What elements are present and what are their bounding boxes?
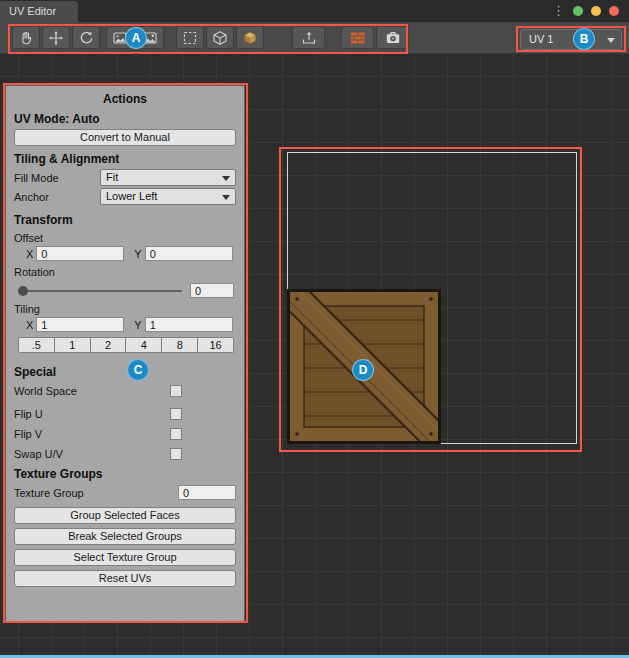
bricks-icon [350, 30, 366, 46]
annotation-badge-c: C [127, 359, 149, 381]
window-dot-red-icon[interactable] [609, 6, 619, 16]
swap-uv-label: Swap U/V [14, 448, 63, 460]
texture-groups-heading: Texture Groups [14, 467, 236, 481]
actions-panel: Actions UV Mode: Auto Convert to Manual … [5, 85, 245, 622]
reset-uvs-button[interactable]: Reset UVs [14, 570, 236, 587]
rotation-slider-row [18, 283, 234, 298]
window-dot-green-icon[interactable] [573, 6, 583, 16]
export-template-button[interactable] [292, 26, 325, 49]
cube-textured-icon [242, 30, 258, 46]
uv-editor-window: UV Editor ⋮ [0, 0, 629, 658]
tiling-alignment-heading: Tiling & Alignment [14, 152, 236, 166]
chevron-down-icon [222, 176, 230, 181]
move-tool-button[interactable] [42, 26, 70, 49]
convert-to-manual-button[interactable]: Convert to Manual [14, 129, 236, 146]
offset-y-field[interactable] [145, 246, 233, 261]
flip-v-label: Flip V [14, 428, 42, 440]
panel-title: Actions [6, 86, 244, 106]
world-space-checkbox[interactable] [170, 385, 182, 397]
preset-half-button[interactable]: .5 [18, 337, 55, 353]
tiling-x-label: X [26, 319, 33, 331]
flip-u-label: Flip U [14, 408, 43, 420]
tiling-y-field[interactable] [145, 317, 233, 332]
preset-2-button[interactable]: 2 [91, 337, 127, 353]
tab-strip: UV Editor ⋮ [0, 0, 629, 22]
window-dot-yellow-icon[interactable] [591, 6, 601, 16]
offset-label: Offset [14, 232, 236, 244]
chevron-down-icon [222, 195, 230, 200]
rotate-tool-button[interactable] [72, 26, 100, 49]
texture-group-label: Texture Group [14, 487, 84, 499]
break-selected-groups-button[interactable]: Break Selected Groups [14, 528, 236, 545]
offset-x-field[interactable] [36, 246, 124, 261]
anchor-value: Lower Left [106, 190, 157, 202]
tiling-xy-row: X Y [26, 317, 238, 332]
uv-mode-label: UV Mode: Auto [14, 112, 236, 126]
anchor-row: Anchor Lower Left [14, 188, 236, 205]
offset-xy-row: X Y [26, 246, 238, 261]
world-space-row: World Space [14, 385, 236, 398]
texture-group-row: Texture Group [14, 485, 236, 501]
transform-heading: Transform [14, 213, 236, 227]
preset-8-button[interactable]: 8 [162, 337, 198, 353]
pan-tool-button[interactable] [12, 26, 40, 49]
tiling-y-label: Y [134, 319, 141, 331]
annotation-badge-d: D [352, 359, 374, 381]
tab-uv-editor[interactable]: UV Editor [0, 1, 78, 22]
tiling-x-field[interactable] [36, 317, 124, 332]
tiling-label: Tiling [14, 303, 236, 315]
world-space-label: World Space [14, 385, 77, 397]
move-icon [48, 30, 64, 46]
chevron-down-icon [607, 38, 615, 43]
swap-uv-row: Swap U/V [14, 448, 236, 461]
annotation-badge-a: A [125, 27, 147, 49]
preset-16-button[interactable]: 16 [198, 337, 234, 353]
cube-icon [212, 30, 228, 46]
camera-icon [385, 30, 401, 46]
annotation-badge-b: B [573, 28, 595, 50]
uv-channel-value: UV 1 [529, 33, 553, 45]
cube-textured-button[interactable] [236, 26, 264, 49]
export-icon [301, 30, 317, 46]
special-heading: Special [14, 365, 236, 379]
anchor-dropdown[interactable]: Lower Left [100, 188, 236, 205]
screenshot-camera-button[interactable] [376, 26, 409, 49]
fill-mode-row: Fill Mode Fit [14, 169, 236, 186]
texture-group-field[interactable] [178, 485, 236, 500]
window-controls: ⋮ [552, 5, 619, 17]
uv-channel-dropdown[interactable]: UV 1 [520, 29, 622, 50]
fill-mode-label: Fill Mode [14, 172, 100, 184]
preset-1-button[interactable]: 1 [55, 337, 91, 353]
preset-4-button[interactable]: 4 [126, 337, 162, 353]
flip-u-row: Flip U [14, 408, 236, 421]
rotation-slider-knob[interactable] [18, 286, 28, 296]
rotation-value-field[interactable] [190, 283, 234, 298]
offset-x-label: X [26, 248, 33, 260]
group-selected-faces-button[interactable]: Group Selected Faces [14, 507, 236, 524]
rotate-icon [78, 30, 94, 46]
pan-hand-icon [18, 30, 34, 46]
frame-select-button[interactable] [176, 26, 204, 49]
offset-y-label: Y [134, 248, 141, 260]
select-texture-group-button[interactable]: Select Texture Group [14, 549, 236, 566]
tab-label: UV Editor [9, 5, 56, 17]
swap-uv-checkbox[interactable] [170, 448, 182, 460]
flip-u-checkbox[interactable] [170, 408, 182, 420]
rotation-label: Rotation [14, 266, 236, 278]
flip-v-row: Flip V [14, 428, 236, 441]
more-menu-icon[interactable]: ⋮ [552, 5, 565, 17]
texture-bricks-button[interactable] [341, 26, 374, 49]
fill-mode-dropdown[interactable]: Fit [100, 169, 236, 186]
frame-select-icon [182, 30, 198, 46]
flip-v-checkbox[interactable] [170, 428, 182, 440]
anchor-label: Anchor [14, 191, 100, 203]
rotation-slider-track[interactable] [18, 290, 182, 292]
tiling-presets: .5 1 2 4 8 16 [18, 337, 234, 353]
cube-wireframe-button[interactable] [206, 26, 234, 49]
fill-mode-value: Fit [106, 171, 118, 183]
